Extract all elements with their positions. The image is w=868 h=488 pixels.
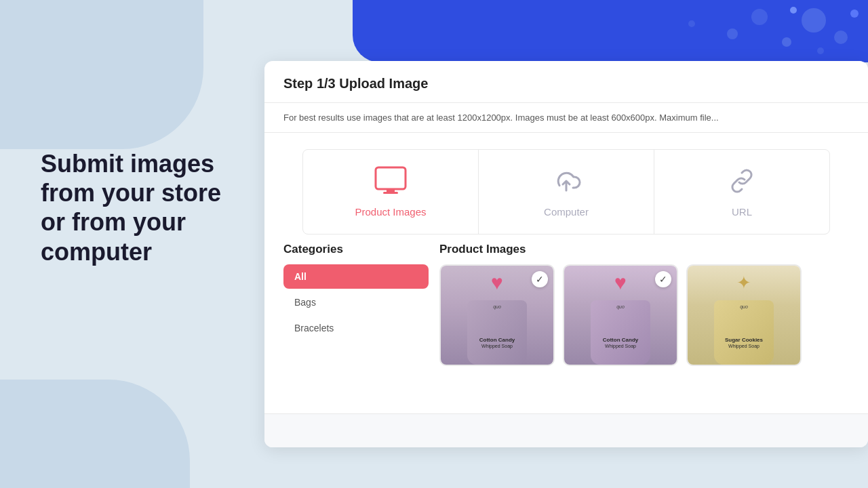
check-badge-1: ✓ xyxy=(655,271,671,287)
svg-point-1 xyxy=(834,30,848,44)
upload-option-third[interactable]: URL xyxy=(654,150,829,234)
products-grid: ♥ Cotton CandyWhipped Soap quo ✓ ♥ xyxy=(439,264,849,371)
categories-column: Categories All Bags Bracelets xyxy=(283,243,439,413)
category-item-bags[interactable]: Bags xyxy=(283,290,429,314)
product-images-label: Product Images xyxy=(355,206,426,218)
computer-label: Computer xyxy=(544,206,589,218)
upload-option-product-images[interactable]: Product Images xyxy=(303,150,479,234)
bottom-area: Categories All Bags Bracelets Product Im… xyxy=(264,243,868,413)
step-label: Step 1/3 Upload Image xyxy=(283,76,849,92)
products-column: Product Images ♥ Cotton CandyWhipped Soa… xyxy=(439,243,849,413)
heart-topper-0: ♥ xyxy=(491,271,503,294)
left-hero-text: Submit images from your store or from yo… xyxy=(41,149,221,266)
svg-point-6 xyxy=(688,20,695,27)
cloud-upload-icon xyxy=(550,166,583,201)
monitor-icon xyxy=(374,166,407,201)
svg-point-3 xyxy=(751,9,768,25)
product-item-1[interactable]: ♥ Cotton CandyWhipped Soap quo ✓ xyxy=(563,264,678,366)
check-badge-0: ✓ xyxy=(532,271,548,287)
blue-banner xyxy=(353,0,868,62)
url-label: URL xyxy=(732,206,752,218)
jar-label-1: Cotton CandyWhipped Soap xyxy=(591,338,650,350)
star-topper-2: ✦ xyxy=(736,272,751,293)
card-footer xyxy=(264,413,868,447)
heart-topper-1: ♥ xyxy=(614,271,627,294)
jar-body-2: Sugar CookiesWhipped Soap quo xyxy=(714,300,774,365)
hero-heading: Submit images from your store or from yo… xyxy=(41,149,221,266)
categories-title: Categories xyxy=(283,243,429,256)
jar-body-1: Cotton CandyWhipped Soap quo xyxy=(591,300,650,365)
products-title: Product Images xyxy=(439,243,849,256)
main-card: Step 1/3 Upload Image For best results u… xyxy=(264,61,868,447)
category-item-all[interactable]: All xyxy=(283,264,429,289)
card-info-text: For best results use images that are at … xyxy=(264,103,868,133)
url-icon xyxy=(726,166,758,201)
svg-rect-11 xyxy=(383,192,398,194)
svg-point-0 xyxy=(802,8,826,33)
upload-option-computer[interactable]: Computer xyxy=(479,150,654,234)
svg-point-8 xyxy=(817,47,824,54)
product-item-2[interactable]: ✦ Sugar CookiesWhipped Soap quo xyxy=(686,264,802,366)
card-header: Step 1/3 Upload Image xyxy=(264,61,868,103)
upload-options-row: Product Images Computer xyxy=(302,149,830,235)
jar-body-0: Cotton CandyWhipped Soap quo xyxy=(467,300,527,365)
category-item-bracelets[interactable]: Bracelets xyxy=(283,316,429,340)
svg-point-7 xyxy=(790,7,797,14)
category-list: All Bags Bracelets xyxy=(283,264,429,340)
svg-rect-9 xyxy=(376,167,406,189)
product-image-2: ✦ Sugar CookiesWhipped Soap quo xyxy=(688,266,800,365)
jar-label-0: Cotton CandyWhipped Soap xyxy=(467,338,527,350)
svg-point-5 xyxy=(850,9,859,18)
svg-point-4 xyxy=(727,28,738,39)
product-item-0[interactable]: ♥ Cotton CandyWhipped Soap quo ✓ xyxy=(439,264,555,366)
decor-top-left xyxy=(0,0,203,149)
svg-point-2 xyxy=(782,37,791,47)
jar-label-2: Sugar CookiesWhipped Soap xyxy=(714,338,774,350)
